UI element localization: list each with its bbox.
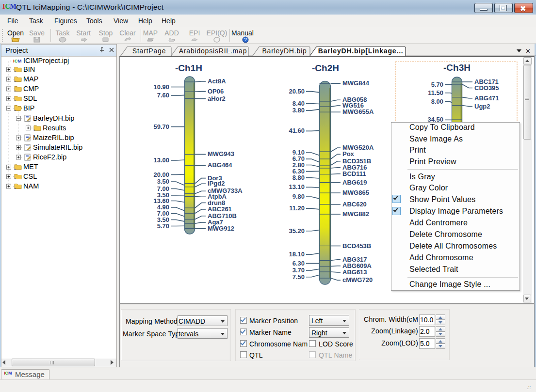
svg-text:Act8A: Act8A bbox=[208, 78, 226, 85]
svg-text:3.50: 3.50 bbox=[157, 178, 169, 185]
svg-text:MAP: MAP bbox=[23, 75, 38, 83]
svg-text:BarleyDH.bip[Linkage…: BarleyDH.bip[Linkage… bbox=[318, 47, 404, 55]
svg-text:aHor2: aHor2 bbox=[208, 95, 226, 102]
svg-text:ABG471: ABG471 bbox=[474, 94, 499, 102]
svg-text:BarleyDH.bip: BarleyDH.bip bbox=[33, 114, 74, 122]
svg-text:ICM: ICM bbox=[13, 58, 22, 63]
svg-text:10.90: 10.90 bbox=[153, 83, 169, 91]
svg-text:13.10: 13.10 bbox=[289, 183, 305, 190]
svg-text:cMWG720: cMWG720 bbox=[342, 276, 373, 283]
svg-text:3.80: 3.80 bbox=[292, 107, 305, 114]
svg-text:11.20: 11.20 bbox=[289, 204, 305, 212]
svg-text:6.30: 6.30 bbox=[292, 260, 305, 267]
svg-text:59.70: 59.70 bbox=[153, 123, 169, 130]
svg-text:StartPage: StartPage bbox=[132, 47, 166, 55]
svg-text:9.80: 9.80 bbox=[292, 193, 305, 200]
svg-text:-Ch3H: -Ch3H bbox=[443, 63, 471, 73]
svg-text:SDL: SDL bbox=[23, 94, 37, 102]
svg-text:iPgd2: iPgd2 bbox=[208, 180, 225, 187]
svg-text:CSL: CSL bbox=[23, 172, 37, 180]
svg-text:3.70: 3.70 bbox=[292, 267, 305, 274]
svg-text:BIN: BIN bbox=[23, 65, 35, 73]
svg-text:BCD453B: BCD453B bbox=[342, 242, 371, 250]
svg-text:Ugp2: Ugp2 bbox=[474, 103, 490, 110]
svg-text:RiceF2.bip: RiceF2.bip bbox=[33, 153, 66, 161]
svg-text:BarleyDH.bip: BarleyDH.bip bbox=[262, 47, 307, 55]
svg-text:MWG912: MWG912 bbox=[208, 225, 234, 232]
svg-text:20.50: 20.50 bbox=[289, 88, 305, 95]
svg-text:20.00: 20.00 bbox=[153, 171, 169, 178]
svg-text:8.00: 8.00 bbox=[431, 98, 443, 105]
svg-text:BIP: BIP bbox=[23, 104, 34, 112]
svg-text:MaizeRIL.bip: MaizeRIL.bip bbox=[33, 134, 74, 141]
svg-text:7.50: 7.50 bbox=[292, 273, 305, 281]
svg-text:7.60: 7.60 bbox=[157, 92, 169, 99]
svg-text:5.70: 5.70 bbox=[431, 81, 443, 88]
svg-text:13.00: 13.00 bbox=[153, 157, 169, 164]
svg-text:CDO395: CDO395 bbox=[474, 84, 499, 92]
svg-text:41.60: 41.60 bbox=[289, 127, 305, 134]
svg-text:-Ch1H: -Ch1H bbox=[175, 63, 202, 73]
svg-text:18.10: 18.10 bbox=[289, 251, 305, 258]
svg-text:SimulateRIL.bip: SimulateRIL.bip bbox=[33, 143, 82, 151]
svg-text:OP06: OP06 bbox=[208, 88, 224, 95]
svg-text:MWG865: MWG865 bbox=[342, 189, 369, 196]
svg-text:MWG943: MWG943 bbox=[208, 150, 234, 157]
svg-text:8.40: 8.40 bbox=[292, 100, 305, 107]
svg-text:BCD111: BCD111 bbox=[342, 170, 366, 177]
svg-text:CMP: CMP bbox=[23, 85, 39, 93]
svg-text:MWG655A: MWG655A bbox=[342, 108, 374, 115]
svg-text:MWG844: MWG844 bbox=[342, 79, 370, 87]
svg-text:MET: MET bbox=[23, 163, 38, 171]
svg-text:NAM: NAM bbox=[23, 182, 39, 190]
svg-text:35.20: 35.20 bbox=[289, 227, 305, 235]
svg-text:5.70: 5.70 bbox=[157, 222, 169, 230]
svg-text:MWG882: MWG882 bbox=[342, 210, 369, 218]
svg-text:Results: Results bbox=[43, 124, 66, 132]
svg-text:ABG619: ABG619 bbox=[342, 179, 367, 186]
svg-text:ABG464: ABG464 bbox=[208, 161, 232, 169]
svg-text:✕: ✕ bbox=[525, 47, 531, 55]
svg-text:8.80: 8.80 bbox=[292, 174, 305, 181]
svg-text:11.50: 11.50 bbox=[428, 89, 443, 96]
svg-text:ABG613: ABG613 bbox=[342, 268, 367, 276]
svg-text:ArabidopsisRIL.map: ArabidopsisRIL.map bbox=[179, 47, 247, 55]
svg-text:-Ch2H: -Ch2H bbox=[312, 63, 339, 73]
svg-text:ICIMProject.ipj: ICIMProject.ipj bbox=[23, 57, 69, 64]
svg-text:ABC620: ABC620 bbox=[342, 201, 367, 208]
svg-text:Pox: Pox bbox=[342, 150, 355, 157]
